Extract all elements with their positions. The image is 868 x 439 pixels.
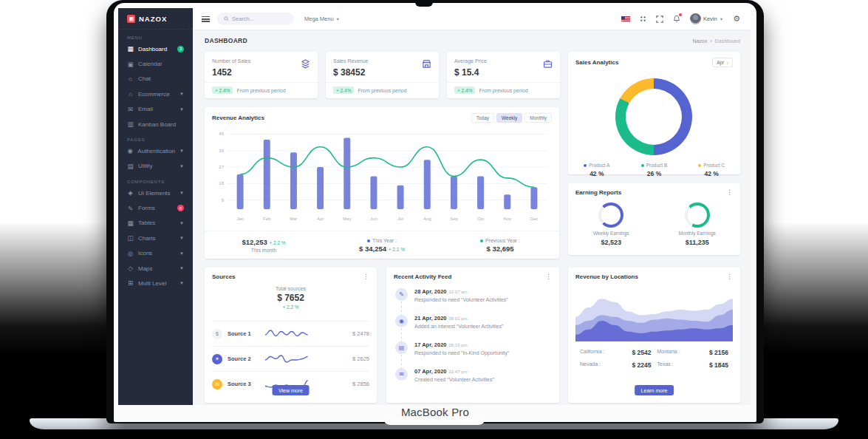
toggle-weekly[interactable]: Weekly [496,113,522,123]
sidebar-item-charts[interactable]: ◫Charts▼ [118,231,193,245]
month-select[interactable]: Apr ↕ [712,58,733,67]
language-flag-icon[interactable] [621,16,630,22]
page-title: DASHBOARD [205,37,247,44]
comment-source-icon: ✉ [212,379,222,389]
sidebar-item-label: Icons [138,250,175,256]
sidebar-item-kanban-board[interactable]: ▥Kanban Board [118,117,193,132]
sidebar-item-dashboard[interactable]: ▦Dashboard3 [118,41,193,56]
sales-analytics-title: Sales Analytics [575,59,618,66]
sidebar-item-email[interactable]: ✉Email▼ [118,102,193,117]
legend-label: Product C [683,163,740,168]
fullscreen-icon[interactable] [656,16,663,23]
stat-card-footer: + 2.4%From previous period [205,82,318,98]
charts-icon: ◫ [127,234,134,242]
total-sources-delta: + 2.2 % [205,304,377,310]
snowflake-source-icon: ✶ [212,354,222,364]
sidebar-item-calendar[interactable]: ▣Calendar [118,56,193,71]
user-menu[interactable]: Kevin ▼ [690,13,723,24]
sidebar-item-icons[interactable]: ◎Icons▼ [118,246,193,261]
macbook-base-notch [383,418,485,425]
view-more-button[interactable]: View more [272,385,310,395]
location-label: Texas : [657,361,674,369]
menu-toggle-icon[interactable] [202,16,210,22]
macbook-pro-label: MacBook Pro [114,406,756,418]
source-row-2[interactable]: ✶Source 2$ 2625 [212,346,369,371]
prev-year-value: $ 32,695 [487,245,514,253]
stat-delta-badge: + 2.4% [212,86,233,94]
sources-summary: Total sources $ 7652 + 2.2 % [205,282,377,310]
gauge-label: Monthly Earnings [679,231,716,236]
kebab-menu-icon[interactable]: ⋮ [726,273,733,280]
legend-dot [584,164,587,167]
radial-gauge [685,203,710,228]
earning-gauge-monthly-earnings: Monthly Earnings$11,235 [655,203,741,246]
toggle-monthly[interactable]: Monthly [524,113,552,123]
app-logo[interactable]: NAZOX [118,8,193,30]
learn-more-button[interactable]: Learn more [635,385,674,395]
sidebar-item-label: Charts [138,235,175,242]
location-value: $ 2245 [632,361,652,369]
sidebar-item-maps[interactable]: ◇Maps▼ [118,261,193,276]
chevron-down-icon: ▼ [180,266,184,270]
apps-grid-icon[interactable] [640,16,646,22]
gauge-label: Weekly Earnings [593,231,629,236]
sidebar-item-chat[interactable]: ○Chat [118,72,193,86]
sidebar-item-label: Authentication [137,148,175,154]
kebab-menu-icon[interactable]: ⋮ [545,273,552,280]
stat-card-top: Number of Sales1452 [205,52,318,82]
sidebar-item-forms[interactable]: ✎Forms8 [118,200,193,215]
breadcrumb-root[interactable]: Nazox [693,38,708,44]
revenue-analytics-card: Revenue Analytics TodayWeeklyMonthly 918… [205,107,559,259]
briefcase-icon [543,59,553,70]
sidebar-item-tables[interactable]: ▦Tables▼ [118,216,193,231]
chevron-down-icon: ▼ [180,92,184,96]
activity-time: 05:10 pm [449,343,468,347]
tables-icon: ▦ [127,220,134,227]
stat-delta-badge: + 2.4% [454,86,475,94]
chevron-down-icon: ▼ [180,149,184,153]
sidebar-section-label: COMPONENTS [118,174,193,186]
stat-card-footer: + 2.4%From previous period [326,82,439,98]
multi-level-icon: ⊞ [127,279,134,287]
sidebar-section-label: MENU [118,30,193,41]
sidebar-item-authentication[interactable]: ◉Authentication▼ [118,143,193,158]
donut-legend-product-b: Product B26 % [626,163,683,177]
month-label: This month [251,248,277,253]
activity-date: 17 Apr, 202005:10 pm [414,341,552,348]
legend-percent: 26 % [626,170,683,177]
radial-gauge [598,203,623,228]
sidebar-badge: 8 [177,205,184,211]
activity-feed-list: ✎28 Apr, 202012:07 amResponded to need “… [395,288,552,395]
chevron-down-icon: ▼ [180,251,184,256]
sidebar-item-label: Chat [138,75,184,82]
month-value: $12,253 [242,238,267,246]
sidebar-item-multi-level[interactable]: ⊞Multi Level▼ [118,276,193,290]
notifications-button[interactable] [673,15,680,23]
svg-text:Aug: Aug [423,217,431,221]
this-year-value: $ 34,254 [359,245,386,253]
source-name: Source 2 [228,355,257,362]
locations-stats: California :$ 2542Montana :$ 2156Nevada … [577,349,731,369]
mega-menu-button[interactable]: Mega Menu ▼ [304,16,340,22]
stat-card-average-price: Average Price$ 15.4+ 2.4%From previous p… [447,52,560,98]
search-input[interactable]: Search... [217,13,294,25]
dashboard-screen: NAZOX MENU▦Dashboard3▣Calendar○Chat⌂Ecom… [118,8,751,405]
location-label: Montana : [657,349,680,356]
kebab-menu-icon[interactable]: ⋮ [726,189,733,196]
chevron-down-icon: ▼ [180,236,184,240]
sidebar-item-utility[interactable]: ▤Utility▼ [118,159,193,174]
kebab-menu-icon[interactable]: ⋮ [363,273,369,280]
nazox-logo-icon [127,15,135,23]
edit-icon: ✎ [395,288,408,301]
sidebar-item-ui-elements[interactable]: ◈UI Elements▼ [118,186,193,200]
toggle-today[interactable]: Today [471,113,494,123]
source-sparkline [262,352,347,367]
activity-feed-title: Recent Activity Feed [394,273,451,280]
sidebar-item-label: Maps [138,265,175,272]
source-sparkline [262,327,347,341]
sidebar-item-label: Email [138,106,175,112]
stat-card-top: Average Price$ 15.4 [447,52,560,82]
settings-gear-icon[interactable]: ⚙ [733,15,740,23]
source-row-1[interactable]: $Source 1$ 2478 [212,321,369,346]
sidebar-item-ecommerce[interactable]: ⌂Ecommerce▼ [118,86,193,101]
